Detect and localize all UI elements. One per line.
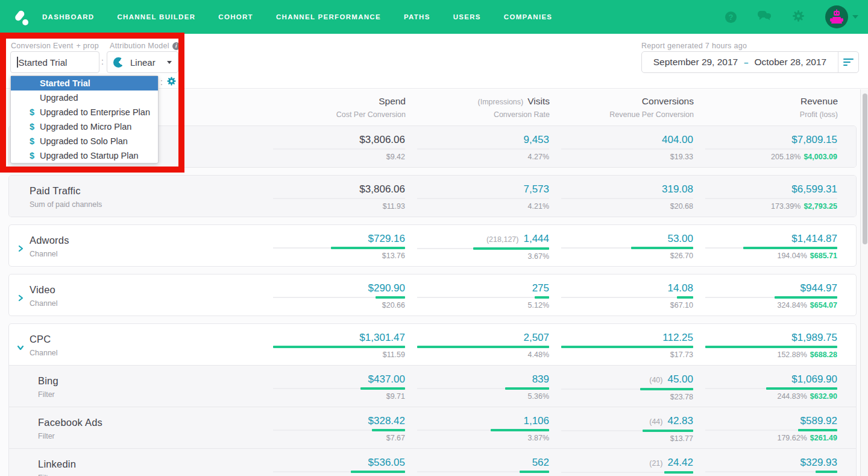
nav-item-users[interactable]: USERS (453, 13, 481, 21)
add-prop-link[interactable]: + prop (76, 42, 99, 50)
row-bing-revenue-value[interactable]: $1,069.90 (791, 373, 837, 385)
value-bar (643, 430, 693, 432)
row-linkedin-revenue-value[interactable]: $329.93 (800, 457, 837, 468)
row-facebook-ads-revenue-value[interactable]: $589.92 (800, 415, 837, 427)
row-total-revenue-value[interactable]: $7,809.15 (791, 134, 837, 145)
nav-item-companies[interactable]: COMPANIES (504, 13, 553, 21)
dollar-icon: $ (30, 151, 34, 160)
row-video-revenue-value[interactable]: $944.97 (800, 282, 837, 294)
nav-item-dashboard[interactable]: DASHBOARD (42, 13, 94, 21)
table-row-adwords[interactable]: AdwordsChannel$729.16$13.76(218,127)1,44… (9, 225, 856, 266)
table-row-bing[interactable]: BingFilter$437.00$9.718395.36%(40)45.00$… (9, 365, 856, 407)
value-bar-track (561, 430, 693, 432)
row-video-spend-value[interactable]: $290.90 (368, 282, 405, 294)
row-bing-visits-value[interactable]: 839 (532, 373, 549, 385)
conversion-event-input[interactable]: Started Trial (10, 51, 99, 73)
nav-item-cohort[interactable]: COHORT (218, 13, 253, 21)
nav-item-channel-builder[interactable]: CHANNEL BUILDER (117, 13, 195, 21)
row-video-visits-value[interactable]: 275 (532, 282, 549, 294)
event-settings-gear-icon[interactable] (167, 77, 176, 87)
value-bar (520, 471, 549, 473)
filter-icon[interactable] (838, 52, 858, 72)
chevron-down-icon[interactable] (852, 15, 858, 19)
column-header-revenue[interactable]: RevenueProfit (loss) (706, 96, 838, 119)
chevron-down-icon[interactable] (17, 343, 24, 354)
row-cpc-conversions-value[interactable]: 112.25 (662, 332, 693, 343)
row-linkedin-visits-value[interactable]: 562 (532, 457, 549, 468)
row-cpc-spend-subvalue: $11.59 (273, 351, 405, 359)
row-paid-traffic-spend-subvalue: $11.93 (273, 202, 405, 211)
row-adwords-visits-value[interactable]: 1,444 (523, 233, 549, 244)
nav-item-channel-performance[interactable]: CHANNEL PERFORMANCE (276, 13, 381, 21)
dropdown-item-upgraded-to-startup-plan[interactable]: $Upgraded to Startup Plan (11, 148, 158, 163)
row-facebook-ads-title[interactable]: Facebook Ads (38, 417, 261, 428)
row-linkedin-conversions-value[interactable]: 24.42 (667, 457, 693, 468)
row-facebook-ads-revenue-cell: $589.92179.62%$261.49 (705, 414, 837, 443)
row-facebook-ads-spend-cell: $328.42$7.67 (273, 414, 405, 443)
row-linkedin-title[interactable]: Linkedin (38, 459, 261, 470)
row-paid-traffic-conversions-value[interactable]: 319.08 (662, 183, 693, 195)
dropdown-item-upgraded-to-micro-plan[interactable]: $Upgraded to Micro Plan (11, 119, 158, 134)
profit-value: $654.07 (810, 301, 837, 309)
attribution-logo-icon[interactable] (7, 4, 34, 30)
row-total-visits-value[interactable]: 9,453 (523, 134, 549, 145)
vertical-scrollbar[interactable] (860, 89, 868, 476)
row-bing-conversions-value[interactable]: 45.00 (667, 373, 693, 385)
row-linkedin-visits-cell: 5624.34% (417, 456, 549, 476)
row-paid-traffic-title[interactable]: Paid Traffic (30, 185, 261, 197)
profit-value: $685.71 (810, 252, 837, 260)
row-cpc-revenue-value[interactable]: $1,989.75 (791, 332, 837, 343)
dropdown-item-upgraded[interactable]: Upgraded (11, 90, 158, 105)
chevron-right-icon[interactable] (17, 293, 24, 304)
chevron-right-icon[interactable] (17, 244, 24, 255)
table-row-video[interactable]: VideoChannel$290.90$20.662755.12%14.08$6… (9, 274, 856, 316)
row-video-title[interactable]: Video (30, 284, 261, 296)
attribution-model-dropdown[interactable]: Linear (107, 51, 178, 73)
row-adwords-title[interactable]: Adwords (30, 235, 261, 246)
profit-percent: 173.39% (771, 202, 800, 211)
row-bing-visits-subvalue: 5.36% (417, 392, 549, 401)
column-header-spend[interactable]: SpendCost Per Conversion (274, 96, 406, 119)
row-video-conversions-value[interactable]: 14.08 (667, 282, 693, 294)
table-row-facebook-ads[interactable]: Facebook AdsFilter$328.42$7.671,1063.87%… (9, 407, 856, 448)
user-menu[interactable] (825, 5, 858, 28)
chat-icon[interactable] (757, 10, 772, 24)
table-row-linkedin[interactable]: LinkedinFilter$536.05$21.955624.34%(21)2… (9, 448, 856, 476)
scrollbar-thumb[interactable] (863, 94, 867, 244)
table-row-cpc[interactable]: CPCChannel$1,301.47$11.592,5074.48%112.2… (9, 324, 856, 365)
row-facebook-ads-conversions-cell: (44)42.83$13.77 (561, 414, 693, 443)
row-adwords-visits-subvalue: 3.67% (417, 252, 549, 261)
info-icon[interactable]: i (172, 42, 180, 50)
user-avatar[interactable] (825, 5, 848, 28)
table-row-paid-traffic[interactable]: Paid TrafficSum of paid channels$3,806.0… (9, 176, 856, 217)
row-facebook-ads-visits-value[interactable]: 1,106 (523, 415, 549, 427)
row-bing-spend-value[interactable]: $437.00 (368, 373, 405, 385)
row-paid-traffic-visits-value[interactable]: 7,573 (523, 183, 549, 195)
row-cpc-spend-value[interactable]: $1,301.47 (359, 332, 405, 343)
row-facebook-ads-conversions-value[interactable]: 42.83 (667, 415, 693, 427)
column-header-visits[interactable]: (Impressions)VisitsConversion Rate (418, 96, 550, 119)
row-cpc-title[interactable]: CPC (30, 334, 261, 345)
row-facebook-ads-spend-value[interactable]: $328.42 (368, 415, 405, 427)
row-adwords-revenue-value[interactable]: $1,414.87 (791, 233, 837, 244)
help-icon[interactable]: ? (725, 11, 737, 23)
row-adwords-revenue-subvalue: 194.04%$685.71 (705, 252, 837, 260)
row-linkedin-spend-value[interactable]: $536.05 (368, 457, 405, 468)
settings-gear-icon[interactable] (792, 10, 805, 25)
nav-item-paths[interactable]: PATHS (404, 13, 430, 21)
dropdown-item-upgraded-to-solo-plan[interactable]: $Upgraded to Solo Plan (11, 134, 158, 148)
column-header-conversions[interactable]: ConversionsRevenue Per Conversion (562, 96, 694, 119)
row-linkedin-conversions-cell: (21)24.42$13.51 (561, 456, 693, 476)
row-paid-traffic-subtitle: Sum of paid channels (30, 200, 261, 209)
dropdown-item-started-trial[interactable]: Started Trial (11, 76, 158, 90)
row-adwords-spend-value[interactable]: $729.16 (368, 233, 405, 244)
row-bing-title[interactable]: Bing (38, 375, 261, 387)
row-facebook-ads-visits-subvalue: 3.87% (417, 434, 549, 442)
row-paid-traffic-revenue-value[interactable]: $6,599.31 (791, 183, 837, 195)
row-total-conversions-value[interactable]: 404.00 (662, 134, 693, 145)
row-cpc-visits-value[interactable]: 2,507 (523, 332, 549, 343)
dropdown-item-upgraded-to-enterprise-plan[interactable]: $Upgraded to Enterprise Plan (11, 105, 158, 119)
row-adwords-conversions-value[interactable]: 53.00 (667, 233, 693, 244)
column-header-sublabel: Cost Per Conversion (274, 110, 406, 119)
date-range-picker[interactable]: September 29, 2017 – October 28, 2017 (641, 51, 859, 73)
